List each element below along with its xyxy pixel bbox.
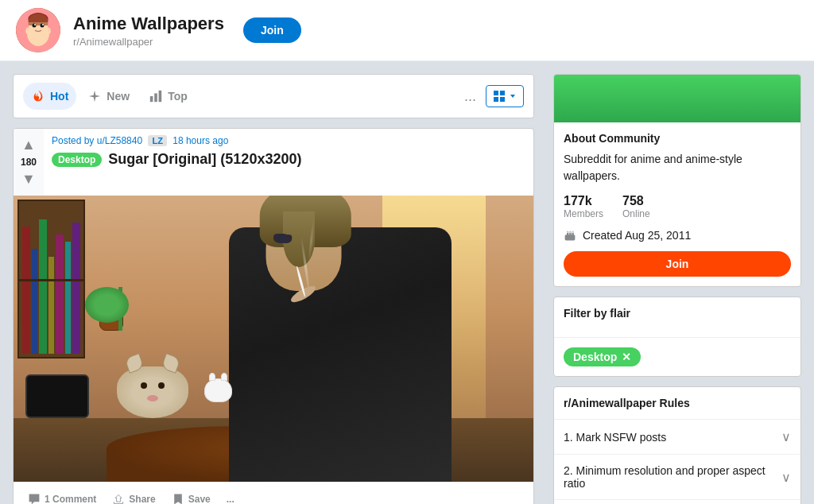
main-feed: Hot New Top ... ▲ 180 [13,74,534,504]
sort-more-button[interactable]: ... [464,88,476,105]
about-description: Subreddit for anime and anime-style wall… [564,151,791,184]
svg-rect-13 [500,97,505,102]
svg-rect-16 [569,233,571,236]
sort-new-label: New [107,90,130,103]
save-button[interactable]: Save [165,488,217,504]
rule-2-text: 2. Minimum resolution and proper aspect … [564,464,781,490]
chevron-down-icon: ∨ [781,429,791,444]
post-actions: 1 Comment Share Save ... [14,482,533,504]
site-header: Anime Wallpapers r/Animewallpaper Join [0,0,814,61]
flair-remove-button[interactable]: ✕ [622,351,631,363]
rules-title: r/Animewallpaper Rules [554,387,800,420]
svg-rect-8 [154,93,157,102]
post-image [14,196,533,482]
rule-item-1[interactable]: 1. Mark NSFW posts ∨ [554,420,800,455]
sort-bar: Hot New Top ... [13,74,534,118]
save-label: Save [188,494,211,504]
online-value: 758 [622,194,650,208]
post-more-label: ... [227,494,235,504]
subreddit-avatar [16,8,60,52]
sidebar-join-button[interactable]: Join [564,251,791,277]
comment-label: 1 Comment [45,494,96,504]
view-toggle-button[interactable] [486,85,524,107]
subreddit-info: Anime Wallpapers r/Animewallpaper [73,14,224,48]
post-time: 18 hours ago [172,135,228,146]
stats-row: 177k Members 758 Online [564,194,791,219]
chart-icon [149,89,163,103]
members-label: Members [564,208,603,219]
upvote-button[interactable]: ▲ [20,135,37,155]
save-icon [172,493,184,504]
filter-flair-card: Filter by flair Desktop ✕ [553,297,801,377]
subreddit-name: r/Animewallpaper [73,36,224,48]
members-stat: 177k Members [564,194,603,219]
rules-card: r/Animewallpaper Rules 1. Mark NSFW post… [553,386,801,504]
post-flair[interactable]: Desktop [52,153,102,167]
svg-point-5 [34,24,36,25]
comment-icon [28,493,41,504]
comment-button[interactable]: 1 Comment [21,488,103,504]
posted-by-label: Posted by [52,135,94,146]
post-body: Posted by u/LZ58840 LZ 18 hours ago Desk… [44,129,533,180]
chevron-down-icon [509,92,517,100]
members-value: 177k [564,194,603,208]
about-community-card: About Community Subreddit for anime and … [553,74,801,287]
community-banner [554,75,800,122]
about-title: About Community [564,132,791,145]
svg-rect-11 [500,91,505,95]
sort-hot-label: Hot [50,90,68,103]
post-more-button[interactable]: ... [220,489,241,504]
downvote-button[interactable]: ▼ [20,169,37,189]
created-date: Created Aug 25, 2011 [583,229,691,242]
share-label: Share [129,494,155,504]
svg-point-4 [41,24,45,28]
filter-title: Filter by flair [564,307,791,320]
cake-icon [564,229,576,242]
rule-item-2[interactable]: 2. Minimum resolution and proper aspect … [554,455,800,500]
subreddit-title: Anime Wallpapers [73,14,224,34]
online-stat: 758 Online [622,194,650,219]
svg-rect-10 [494,91,498,95]
post-author[interactable]: u/LZ58840 [97,135,142,146]
svg-point-3 [33,24,37,28]
user-flair: LZ [148,135,166,146]
share-icon [112,493,125,504]
about-card-body: About Community Subreddit for anime and … [554,122,800,286]
sort-top-label: Top [168,90,188,103]
flair-filter-label: Desktop [573,351,617,363]
fire-icon [31,89,45,103]
svg-rect-7 [150,96,153,102]
sort-hot-button[interactable]: Hot [23,83,76,110]
filter-title-row: Filter by flair [554,297,800,338]
rule-1-text: 1. Mark NSFW posts [564,431,666,444]
svg-rect-9 [159,91,162,102]
created-row: Created Aug 25, 2011 [564,229,791,242]
grid-view-icon [493,90,506,103]
sidebar: About Community Subreddit for anime and … [553,74,801,504]
rule-item-3[interactable]: 3. Source anime and resolution in the ti… [554,500,800,504]
vote-column: ▲ 180 ▼ [14,129,44,196]
svg-rect-12 [494,97,498,102]
post-meta: Posted by u/LZ58840 LZ 18 hours ago [52,135,525,146]
post-title-row: Desktop Sugar [Original] (5120x3200) [52,151,525,168]
post-title[interactable]: Sugar [Original] (5120x3200) [108,151,301,168]
filter-body: Desktop ✕ [554,338,800,376]
post-card: ▲ 180 ▼ Posted by u/LZ58840 LZ 18 hours … [13,128,534,504]
join-button[interactable]: Join [243,17,301,43]
sort-top-button[interactable]: Top [141,83,196,110]
content-area: Hot New Top ... ▲ 180 [0,61,814,504]
post-header: ▲ 180 ▼ Posted by u/LZ58840 LZ 18 hours … [14,129,533,196]
svg-rect-15 [567,233,568,236]
svg-rect-17 [572,233,573,236]
online-label: Online [622,208,650,219]
chevron-down-icon-2: ∨ [781,470,791,485]
sort-new-button[interactable]: New [79,83,138,110]
svg-point-6 [42,24,44,25]
vote-count: 180 [21,157,37,168]
active-flair-filter[interactable]: Desktop ✕ [564,347,641,366]
sparkle-icon [87,89,102,103]
share-button[interactable]: Share [106,488,161,504]
